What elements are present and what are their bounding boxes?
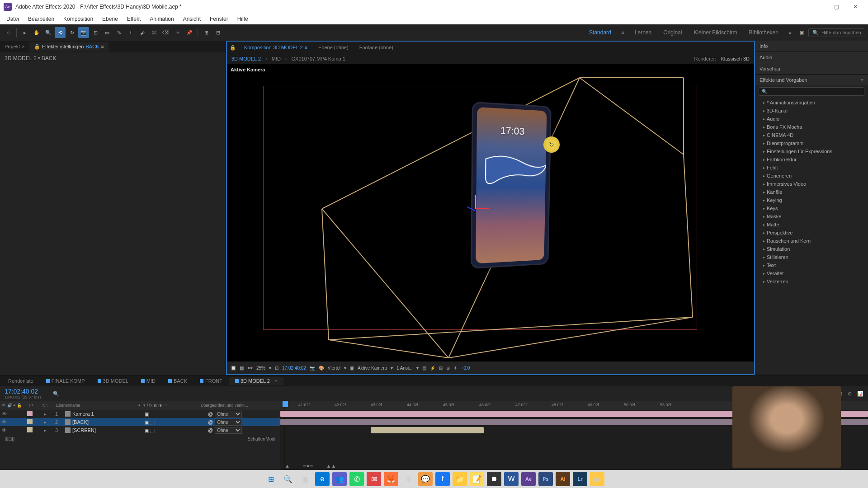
taskbar-messenger-icon[interactable]: 💬 [418, 472, 433, 486]
pan-behind-tool[interactable]: ⊡ [90, 27, 101, 38]
taskbar-search-icon[interactable]: 🔍 [281, 472, 295, 486]
timeline-tab[interactable]: FRONT [193, 377, 229, 385]
switch-icon[interactable]: ▣ [145, 427, 149, 433]
menu-animation[interactable]: Animation [145, 15, 178, 23]
exposure-icon[interactable]: ☀ [453, 366, 458, 371]
effects-category[interactable]: ▸Perspektive [755, 229, 868, 237]
switch-3d-icon[interactable]: ⬚ [150, 427, 155, 433]
timeline-search[interactable]: 🔍 [50, 390, 141, 398]
effects-category[interactable]: ▸Dienstprogramm [755, 139, 868, 147]
taskbar-notes-icon[interactable]: 📝 [470, 472, 484, 486]
panel-menu-icon[interactable]: ≡ [101, 44, 104, 49]
menu-bearbeiten[interactable]: Bearbeiten [24, 15, 59, 23]
track-bar-screen[interactable] [371, 427, 484, 433]
panel-audio[interactable]: Audio [755, 52, 868, 63]
taskbar-lr-icon[interactable]: Lr [573, 472, 587, 486]
visibility-toggle-icon[interactable]: 👁 [2, 411, 7, 417]
zoom-slider[interactable]: ━●━ [303, 463, 313, 469]
workspace-bibliotheken[interactable]: Bibliotheken [744, 28, 784, 38]
taskbar-app2-icon[interactable]: ▶ [590, 472, 604, 486]
workspace-menu-icon[interactable]: ≡ [618, 27, 628, 38]
label-color[interactable] [27, 427, 33, 432]
pickwhip-icon[interactable]: @ [208, 427, 213, 433]
menu-fenster[interactable]: Fenster [205, 15, 233, 23]
switch-shy-icon[interactable]: ✦ [137, 403, 141, 408]
panel-preview[interactable]: Vorschau [755, 63, 868, 74]
tab-project[interactable]: Projekt × [0, 42, 29, 51]
pixel-aspect-icon[interactable]: ▤ [422, 366, 426, 371]
effects-category[interactable]: ▸Simulation [755, 245, 868, 253]
panel-info[interactable]: Info [755, 41, 868, 52]
menu-komposition[interactable]: Komposition [59, 15, 98, 23]
mask-icon[interactable]: 👓 [247, 366, 253, 371]
switch-3d-icon[interactable]: ⬚ [150, 419, 155, 425]
visibility-toggle-icon[interactable]: 👁 [2, 427, 7, 433]
transform-gizmo[interactable] [467, 200, 485, 218]
taskbar-app-icon[interactable]: ⚙ [401, 472, 415, 486]
clone-tool[interactable]: ⌘ [149, 27, 160, 38]
taskbar-mail-icon[interactable]: ✉ [367, 472, 381, 486]
effects-category[interactable]: ▸Keys [755, 204, 868, 212]
maximize-button[interactable]: ▢ [827, 0, 845, 13]
zoom-value[interactable]: 25% [256, 366, 265, 371]
tab-layer[interactable]: Ebene (ohne) [316, 44, 351, 51]
panel-effects-presets[interactable]: Effekte und Vorgaben ≡ [755, 75, 868, 85]
chevron-left-icon[interactable]: ‹ [285, 56, 287, 61]
switch-collapse-icon[interactable]: ☀ [142, 403, 146, 408]
hand-tool[interactable]: ✋ [31, 27, 42, 38]
playhead[interactable] [283, 401, 288, 407]
renderer-value[interactable]: Klassisch 3D [721, 56, 750, 61]
switch-fx-icon[interactable]: fx [149, 403, 152, 408]
workspace-lernen[interactable]: Lernen [629, 28, 657, 38]
snapshot-icon[interactable]: 📷 [310, 366, 315, 371]
taskbar-obs-icon[interactable]: ⏺ [487, 472, 501, 486]
puppet-tool[interactable]: 📌 [184, 27, 195, 38]
parent-select[interactable]: Ohne [215, 411, 242, 418]
timeline-layer-row[interactable]: 👁▸1Kamera 1▣@Ohne [0, 410, 280, 418]
taskbar-firefox-icon[interactable]: 🦊 [384, 472, 398, 486]
effects-category[interactable]: ▸Stilisieren [755, 253, 868, 261]
lock-icon[interactable]: 🔒 [230, 45, 236, 51]
taskbar-teams-icon[interactable]: 👥 [332, 472, 347, 486]
effects-category[interactable]: ▸Text [755, 261, 868, 269]
gizmo-x-axis[interactable] [476, 208, 489, 209]
effects-category[interactable]: ▸Farbkorrektur [755, 155, 868, 164]
taskbar-windows-icon[interactable]: ⊞ [264, 472, 278, 486]
label-color[interactable] [27, 411, 33, 416]
taskbar-whatsapp-icon[interactable]: ✆ [349, 472, 364, 486]
timeline-icon[interactable]: ⊞ [439, 366, 443, 371]
taskbar-ai-icon[interactable]: Ai [556, 472, 570, 486]
zoom-in-icon[interactable]: ▲▲ [326, 463, 336, 469]
effects-search[interactable]: 🔍 [759, 87, 864, 96]
camera-tool[interactable]: 📷 [78, 27, 89, 38]
pen-tool[interactable]: ✎ [113, 27, 124, 38]
taskbar-facebook-icon[interactable]: f [435, 472, 450, 486]
effects-category[interactable]: ▸Kanäle [755, 188, 868, 196]
switch-icon[interactable]: ▣ [145, 419, 149, 425]
close-button[interactable]: ✕ [846, 0, 864, 13]
layer-name-header[interactable]: Ebenenname [54, 403, 136, 408]
effects-category[interactable]: ▸Rauschen und Korn [755, 237, 868, 245]
region-icon[interactable]: ▣ [350, 366, 354, 371]
quality-select[interactable]: Viertel [328, 366, 340, 371]
menu-hilfe[interactable]: Hilfe [233, 15, 253, 23]
shape-tool[interactable]: ▭ [102, 27, 113, 38]
selection-tool[interactable]: ▸ [19, 27, 30, 38]
workspace-overflow-icon[interactable]: » [785, 27, 796, 38]
panel-menu-icon[interactable]: ≡ [861, 77, 863, 83]
switch-quality-icon[interactable]: / [147, 403, 148, 408]
pickwhip-icon[interactable]: @ [208, 411, 213, 417]
timeline-tab[interactable]: 3D MODEL 2≡ [229, 377, 283, 385]
effects-category[interactable]: ▸Matte [755, 221, 868, 229]
magnification-icon[interactable]: 🔲 [231, 366, 236, 371]
layer-name[interactable]: [SCREEN] [72, 427, 96, 433]
eraser-tool[interactable]: ⌫ [160, 27, 171, 38]
effects-category[interactable]: ▸* Animationsvorgaben [755, 99, 868, 107]
effects-category[interactable]: ▸Audio [755, 115, 868, 123]
solo-column-icon[interactable]: ● [13, 403, 15, 408]
menu-ebene[interactable]: Ebene [98, 15, 123, 23]
fast-preview-icon[interactable]: ⚡ [430, 366, 435, 371]
snap-icon[interactable]: ⊞ [201, 27, 212, 38]
panel-menu-icon[interactable]: ≡ [305, 45, 307, 50]
workspace-standard[interactable]: Standard [584, 28, 617, 38]
